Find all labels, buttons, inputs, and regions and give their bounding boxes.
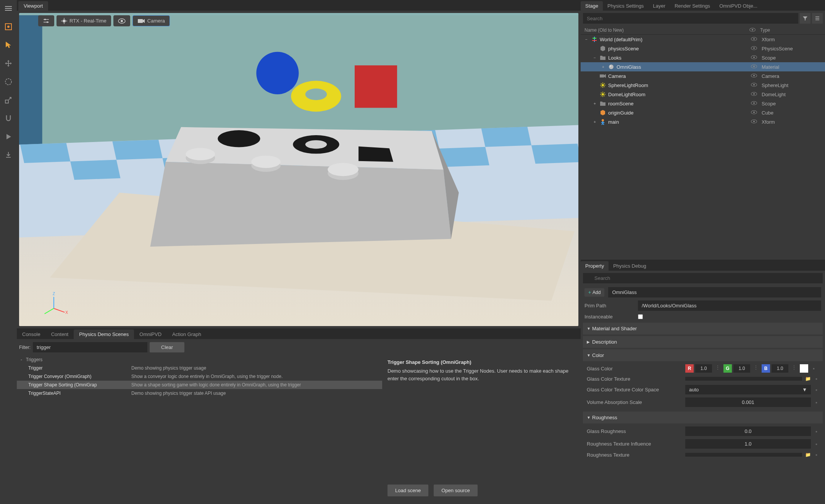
stage-tab-4[interactable]: OmniPVD Obje...: [715, 1, 762, 11]
tree-row-looks[interactable]: −LooksScope: [581, 53, 825, 62]
bottom-tab-omnipvd[interactable]: OmniPVD: [134, 330, 167, 339]
section-description[interactable]: ▶Description: [583, 336, 823, 348]
section-material-shader[interactable]: ▼Material and Shader: [583, 323, 823, 334]
demo-group[interactable]: - Triggers: [17, 355, 382, 364]
hamburger-menu[interactable]: [2, 2, 15, 15]
r-value[interactable]: 1.0: [695, 364, 712, 373]
prop-tab-0[interactable]: Property: [581, 261, 609, 271]
tree-row-world-defaultprim-[interactable]: −World (defaultPrim)Xform: [581, 35, 825, 44]
svg-marker-38: [358, 146, 393, 162]
visibility-toggle[interactable]: [746, 110, 762, 115]
bottom-tab-content[interactable]: Content: [46, 330, 74, 339]
prop-tab-1[interactable]: Physics Debug: [609, 261, 651, 271]
visibility-toggle[interactable]: [746, 37, 762, 42]
more-icon[interactable]: ▪: [814, 387, 819, 393]
viewport-canvas[interactable]: Z X: [19, 13, 578, 326]
color-swatch[interactable]: [800, 364, 808, 373]
tree-row-physicsscene[interactable]: physicsScenePhysicsScene: [581, 44, 825, 53]
more-icon[interactable]: ▪: [811, 365, 816, 372]
roughness-influence-input[interactable]: 1.0: [685, 439, 811, 449]
add-button[interactable]: +Add: [584, 288, 604, 297]
col-type[interactable]: Type: [760, 27, 821, 33]
frame-tool[interactable]: [2, 20, 15, 34]
instanceable-checkbox[interactable]: [638, 314, 643, 319]
demo-row[interactable]: Trigger Shape Sorting (OmniGrapShow a sh…: [17, 381, 382, 389]
stage-tab-0[interactable]: Stage: [581, 1, 603, 11]
bottom-tab-console[interactable]: Console: [17, 330, 46, 339]
viewport-settings-button[interactable]: [38, 15, 54, 26]
rtx-mode[interactable]: RTX - Real-Time: [57, 15, 111, 26]
tree-row-originguide[interactable]: originGuideCube: [581, 108, 825, 117]
expand-icon[interactable]: +: [602, 65, 607, 69]
prim-path-input[interactable]: [638, 300, 821, 311]
tree-row-spherelightroom[interactable]: SphereLightRoomSphereLight: [581, 81, 825, 90]
filter-input[interactable]: [33, 342, 147, 352]
roughness-texture-input[interactable]: [685, 453, 802, 457]
bottom-tab-action-graph[interactable]: Action Graph: [167, 330, 207, 339]
tree-row-omniglass[interactable]: +OmniGlassMaterial: [581, 62, 825, 71]
svg-point-14: [121, 20, 123, 22]
download-tool[interactable]: [2, 148, 15, 162]
section-roughness[interactable]: ▼Roughness: [583, 412, 823, 423]
viewport-tab[interactable]: Viewport: [18, 1, 48, 11]
visibility-toggle[interactable]: [746, 64, 762, 69]
load-scene-button[interactable]: Load scene: [387, 485, 428, 496]
folder-icon[interactable]: 📁: [805, 452, 811, 457]
snap-tool[interactable]: [2, 111, 15, 125]
rotate-tool[interactable]: [2, 75, 15, 89]
stage-search-input[interactable]: [583, 13, 798, 24]
more-icon[interactable]: ▪: [814, 399, 819, 405]
stage-tab-1[interactable]: Physics Settings: [603, 1, 648, 11]
glass-roughness-input[interactable]: 0.0: [685, 426, 811, 436]
visibility-toggle[interactable]: [746, 92, 762, 97]
stage-tab-2[interactable]: Layer: [648, 1, 670, 11]
more-icon[interactable]: ▪: [814, 428, 819, 435]
more-icon[interactable]: ▪: [814, 441, 819, 447]
b-value[interactable]: 1.0: [772, 364, 788, 373]
visibility-toggle[interactable]: [746, 101, 762, 106]
play-tool[interactable]: [2, 130, 15, 144]
move-tool[interactable]: [2, 57, 15, 70]
more-icon[interactable]: ▪: [814, 452, 819, 458]
volume-absorption-input[interactable]: 0.001: [685, 397, 811, 407]
svg-point-2: [5, 79, 11, 85]
stage-tab-3[interactable]: Render Settings: [670, 1, 715, 11]
tree-row-roomscene[interactable]: +roomSceneScope: [581, 99, 825, 108]
expand-icon[interactable]: −: [594, 56, 599, 60]
visibility-toggle[interactable]: [746, 82, 762, 88]
tree-row-domelightroom[interactable]: DomeLightRoomDomeLight: [581, 90, 825, 99]
svg-rect-15: [138, 19, 143, 23]
clear-button[interactable]: Clear: [150, 342, 184, 352]
visibility-toggle[interactable]: [746, 119, 762, 124]
visibility-toggle[interactable]: [746, 73, 762, 79]
color-space-select[interactable]: auto▼: [685, 385, 811, 394]
svg-point-78: [602, 119, 604, 121]
col-name[interactable]: Name (Old to New): [584, 27, 745, 33]
select-tool[interactable]: [2, 38, 15, 52]
folder-icon[interactable]: 📁: [805, 376, 811, 381]
demo-row[interactable]: TriggerStateAPIDemo showing physics trig…: [17, 389, 382, 397]
prim-name-input[interactable]: [608, 287, 821, 297]
filter-icon[interactable]: [800, 13, 810, 24]
expand-icon[interactable]: −: [585, 37, 591, 42]
expand-icon[interactable]: +: [594, 120, 599, 124]
tree-row-main[interactable]: +mainXform: [581, 117, 825, 126]
visibility-button[interactable]: [113, 15, 130, 26]
visibility-toggle[interactable]: [746, 55, 762, 60]
tree-row-camera[interactable]: CameraCamera: [581, 71, 825, 81]
bottom-tab-physics-demo-scenes[interactable]: Physics Demo Scenes: [74, 330, 134, 339]
options-icon[interactable]: [812, 13, 823, 24]
more-icon[interactable]: ▪: [814, 376, 819, 382]
g-value[interactable]: 1.0: [733, 364, 750, 373]
expand-icon[interactable]: +: [594, 102, 599, 106]
open-source-button[interactable]: Open source: [434, 485, 477, 496]
glass-color-texture-input[interactable]: [685, 377, 802, 381]
demo-row[interactable]: Trigger Conveyor (OmniGraph)Show a conve…: [17, 372, 382, 381]
property-search-input[interactable]: [583, 273, 823, 283]
scale-tool[interactable]: [2, 93, 15, 107]
visibility-toggle[interactable]: [746, 46, 762, 51]
section-color[interactable]: ▼Color: [583, 349, 823, 361]
volume-absorption-label: Volume Absorption Scale: [587, 399, 682, 405]
camera-button[interactable]: Camera: [132, 15, 170, 26]
demo-row[interactable]: TriggerDemo showing physics trigger usag…: [17, 364, 382, 372]
